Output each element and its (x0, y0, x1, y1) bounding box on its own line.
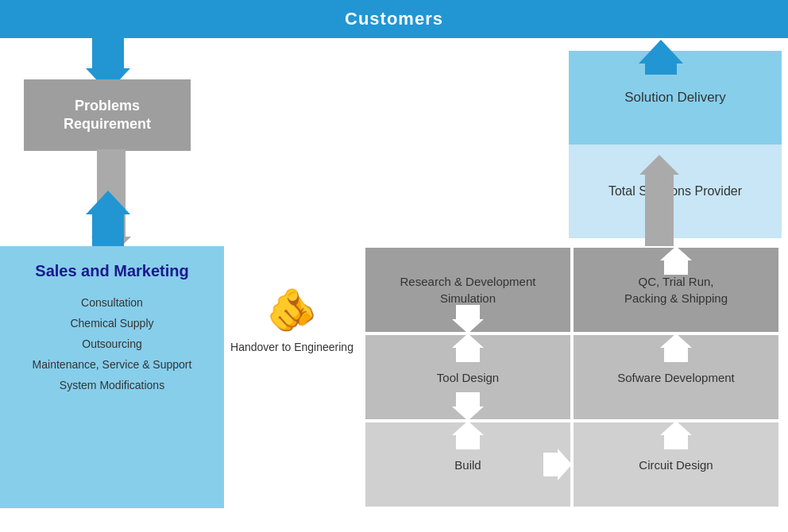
tool-down-arrow (452, 392, 484, 421)
sales-item-4: Maintenance, Service & Support (33, 358, 192, 371)
rd-simulation-cell: Research & DevelopmentSimulation (364, 246, 572, 333)
problems-label: ProblemsRequirement (64, 97, 151, 134)
sales-box: Sales and Marketing Consultation Chemica… (0, 246, 224, 508)
tool-design-label: Tool Design (437, 369, 499, 386)
qc-up-arrow (660, 246, 692, 275)
solution-delivery-label: Solution Delivery (624, 90, 726, 106)
software-dev-label: Sofware Development (617, 369, 735, 386)
customers-title: Customers (345, 9, 443, 29)
sw-up-arrow (660, 333, 692, 362)
build-cell: Build (364, 421, 572, 508)
top-banner: Customers (0, 0, 788, 38)
qc-cell: QC, Trial Run,Packing & Shipping (572, 246, 780, 333)
sales-item-5: System Modifications (60, 379, 164, 391)
handover-label: Handover to Engineering (230, 341, 353, 353)
rd-down-arrow (452, 305, 484, 333)
build-right-arrow (543, 449, 572, 480)
blue-up-arrow-right (639, 40, 683, 75)
build-label: Build (454, 457, 481, 473)
build-up-arrow (452, 421, 484, 449)
circuit-up-arrow (660, 421, 692, 449)
pointing-hand-icon: 🫵 (266, 286, 318, 334)
software-dev-cell: Sofware Development (572, 333, 780, 421)
rd-simulation-label: Research & DevelopmentSimulation (400, 273, 536, 306)
circuit-design-cell: Circuit Design (572, 421, 780, 508)
handover-area: 🫵 Handover to Engineering (222, 286, 361, 353)
sales-item-3: Outsourcing (82, 337, 141, 350)
sales-item-2: Chemical Supply (70, 317, 153, 330)
sales-title: Sales and Marketing (35, 262, 188, 280)
engineering-grid: Research & DevelopmentSimulation QC, Tri… (364, 246, 780, 508)
tool-design-cell: Tool Design (364, 333, 572, 421)
tool-up-arrow (452, 333, 484, 362)
circuit-design-label: Circuit Design (639, 457, 713, 473)
sales-item-1: Consultation (81, 296, 143, 309)
qc-label: QC, Trial Run,Packing & Shipping (624, 273, 728, 306)
problems-box: ProblemsRequirement (24, 79, 191, 151)
